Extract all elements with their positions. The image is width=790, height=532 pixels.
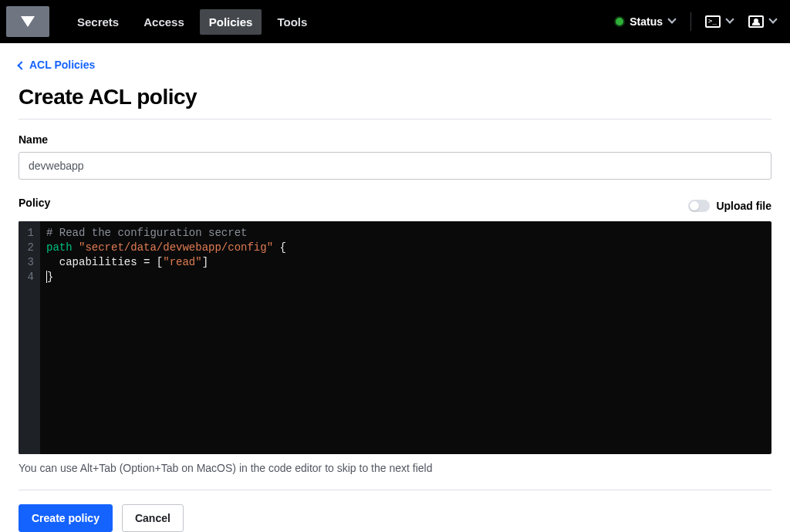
upload-file-toggle[interactable]: [688, 200, 710, 212]
main-nav: Secrets Access Policies Tools: [68, 9, 316, 35]
code-brace: }: [47, 271, 53, 283]
line-number: 1: [23, 226, 34, 241]
nav-policies[interactable]: Policies: [200, 9, 262, 35]
form-divider: [19, 490, 771, 490]
name-field-label: Name: [19, 133, 771, 146]
status-label: Status: [630, 15, 663, 28]
status-menu[interactable]: Status: [616, 15, 677, 28]
create-policy-button[interactable]: Create policy: [19, 504, 113, 532]
main-content: ACL Policies Create ACL policy Name Poli…: [0, 43, 790, 532]
nav-access[interactable]: Access: [134, 9, 194, 35]
code-comment: # Read the configuration secret: [46, 227, 247, 239]
nav-secrets[interactable]: Secrets: [68, 9, 128, 35]
app-header: Secrets Access Policies Tools Status: [0, 0, 790, 43]
breadcrumb-label: ACL Policies: [29, 59, 95, 71]
console-menu[interactable]: [705, 15, 734, 28]
code-text: capabilities = [: [46, 256, 163, 268]
header-divider: [690, 12, 691, 31]
code-keyword: path: [46, 241, 73, 254]
line-number: 3: [23, 255, 34, 270]
form-actions: Create policy Cancel: [19, 504, 771, 532]
chevron-down-icon: [727, 18, 734, 25]
upload-toggle-wrap: Upload file: [688, 200, 771, 212]
policy-code-editor[interactable]: 1 2 3 4 # Read the configuration secret …: [19, 221, 771, 454]
policy-field-label: Policy: [19, 197, 50, 209]
chevron-left-icon: [19, 59, 25, 71]
status-indicator-icon: [616, 18, 623, 25]
cancel-button[interactable]: Cancel: [122, 504, 184, 532]
name-input[interactable]: [19, 152, 771, 180]
app-logo[interactable]: [6, 6, 49, 37]
code-string: "secret/data/devwebapp/config": [79, 241, 273, 254]
header-right: Status: [616, 12, 778, 31]
policy-header-row: Policy Upload file: [19, 197, 771, 215]
upload-file-label: Upload file: [716, 200, 771, 212]
terminal-icon: [705, 15, 721, 28]
code-brace: {: [273, 241, 286, 254]
line-number: 2: [23, 241, 34, 255]
code-text: ]: [202, 256, 208, 268]
code-content[interactable]: # Read the configuration secret path "se…: [40, 221, 771, 454]
chevron-down-icon: [669, 18, 677, 25]
nav-tools[interactable]: Tools: [268, 9, 316, 35]
code-gutter: 1 2 3 4: [19, 221, 40, 454]
line-number: 4: [23, 270, 34, 285]
chevron-down-icon: [770, 18, 778, 25]
user-icon: [748, 15, 764, 28]
breadcrumb-acl-policies[interactable]: ACL Policies: [19, 59, 771, 71]
user-menu[interactable]: [748, 15, 778, 28]
title-divider: [19, 119, 771, 120]
editor-hint-text: You can use Alt+Tab (Option+Tab on MacOS…: [19, 462, 771, 474]
code-string: "read": [163, 256, 201, 268]
vault-logo-icon: [21, 16, 35, 27]
page-title: Create ACL policy: [19, 85, 771, 109]
